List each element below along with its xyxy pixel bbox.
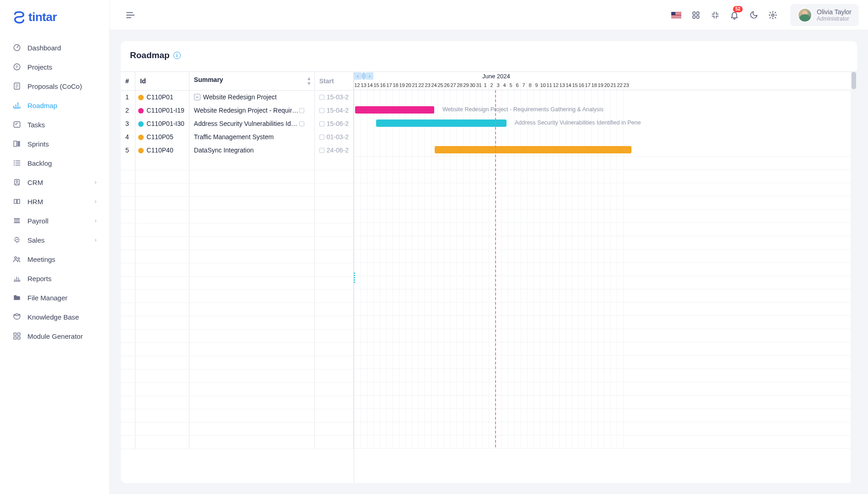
notification-badge: 52 <box>733 6 743 12</box>
timeline-day: 19 <box>598 81 604 90</box>
timeline-prev[interactable]: ‹ <box>354 72 361 80</box>
checkbox[interactable] <box>319 148 324 153</box>
timeline-day: 4 <box>501 81 508 90</box>
timeline-day: 19 <box>399 81 405 90</box>
nav-item-module[interactable]: Module Generator <box>0 326 109 346</box>
checkbox[interactable] <box>299 108 304 113</box>
table-row[interactable]: 2C110P01-I19Website Redesign Project - R… <box>121 103 354 117</box>
timeline-row <box>354 356 857 369</box>
timeline-day: 18 <box>591 81 598 90</box>
topbar: 52 Olivia Taylor Administrator <box>110 0 868 30</box>
timeline-day: 16 <box>380 81 386 90</box>
svg-rect-18 <box>14 337 16 339</box>
timeline-row <box>354 435 857 449</box>
nav-item-meetings[interactable]: Meetings <box>0 250 109 269</box>
nav-item-reports[interactable]: Reports <box>0 269 109 288</box>
timeline-day: 21 <box>412 81 418 90</box>
svg-point-14 <box>15 257 17 259</box>
user-name: Olivia Taylor <box>817 8 852 16</box>
scrollbar-vertical[interactable] <box>851 72 857 483</box>
table-row-empty <box>121 170 354 183</box>
menu-toggle[interactable] <box>125 10 135 20</box>
hrm-icon <box>13 197 21 206</box>
info-icon[interactable]: i <box>173 52 181 59</box>
nav-item-payroll[interactable]: Payroll› <box>0 211 109 230</box>
nav-item-roadmap[interactable]: Roadmap <box>0 96 109 115</box>
checkbox[interactable] <box>319 108 324 113</box>
nav-item-backlog[interactable]: Backlog <box>0 153 109 173</box>
table-row-empty <box>121 250 354 263</box>
timeline-row <box>354 196 857 210</box>
col-header-start[interactable]: Start <box>314 72 353 90</box>
svg-point-4 <box>13 106 14 107</box>
apps-button[interactable] <box>691 11 701 20</box>
timeline-day: 14 <box>367 81 373 90</box>
col-header-num[interactable]: # <box>121 72 135 90</box>
nav-item-tasks[interactable]: Tasks <box>0 115 109 134</box>
checkbox[interactable] <box>319 95 324 100</box>
gear-icon <box>768 11 777 20</box>
col-header-summary[interactable]: Summary▲▼ <box>189 72 314 90</box>
meetings-icon <box>13 255 21 263</box>
timeline-day: 20 <box>405 81 412 90</box>
table-row-empty <box>121 329 354 342</box>
timeline-day: 22 <box>617 81 623 90</box>
col-header-id[interactable]: Id <box>135 72 189 90</box>
table-row[interactable]: 5C110P40DataSync Integration24-06-2 <box>121 143 354 157</box>
settings-button[interactable] <box>768 11 777 20</box>
svg-rect-22 <box>693 16 695 18</box>
checkbox[interactable] <box>299 121 304 126</box>
language-flag[interactable] <box>671 12 681 18</box>
theme-toggle[interactable] <box>749 11 758 20</box>
collapse-toggle[interactable]: − <box>194 94 200 100</box>
user-menu[interactable]: Olivia Taylor Administrator <box>790 4 859 26</box>
timeline-row <box>354 369 857 382</box>
nav-item-project[interactable]: PProjects <box>0 57 109 76</box>
gantt-timeline[interactable]: ‹ › June 2024121314151617181920212223242… <box>354 72 857 483</box>
svg-point-15 <box>18 258 20 260</box>
nav-item-files[interactable]: File Manager <box>0 288 109 307</box>
nav-item-sprints[interactable]: Sprints <box>0 134 109 153</box>
svg-rect-17 <box>18 333 20 335</box>
brand-logo[interactable]: tintar <box>0 0 109 34</box>
nav-item-hrm[interactable]: HRM› <box>0 192 109 211</box>
table-row[interactable]: 4C110P05Traffic Management System01-03-2 <box>121 130 354 143</box>
timeline-row <box>354 223 857 236</box>
svg-point-24 <box>772 14 774 16</box>
scrollbar-thumb[interactable] <box>852 72 856 89</box>
checkbox[interactable] <box>319 135 324 140</box>
timeline-day: 21 <box>610 81 617 90</box>
nav-item-sales[interactable]: Sales› <box>0 230 109 250</box>
table-row[interactable]: 1C110P01−Website Redesign Project15-03-2 <box>121 90 354 103</box>
brand-text: tintar <box>28 10 57 24</box>
today-marker <box>495 90 496 447</box>
nav-item-gauge[interactable]: Dashboard <box>0 38 109 57</box>
table-row[interactable]: 3C110P01-I30Address Security Vulnerabili… <box>121 117 354 130</box>
table-row-empty <box>121 183 354 196</box>
timeline-day: 2 <box>489 81 495 90</box>
fullscreen-button[interactable] <box>711 11 720 20</box>
nav-item-kb[interactable]: Knowledge Base <box>0 307 109 326</box>
table-row-empty <box>121 396 354 409</box>
gantt-bar[interactable] <box>435 146 631 153</box>
gantt-bar[interactable] <box>355 106 434 114</box>
timeline-row <box>354 382 857 396</box>
checkbox[interactable] <box>319 121 324 126</box>
timeline-next[interactable]: › <box>366 72 373 80</box>
status-dot <box>138 95 144 100</box>
table-row-empty <box>121 342 354 356</box>
gantt-splitter[interactable] <box>353 271 356 283</box>
timeline-day: 24 <box>431 81 437 90</box>
avatar <box>798 8 812 22</box>
timeline-row <box>354 210 857 223</box>
sprints-icon <box>13 140 21 148</box>
nav-item-proposal[interactable]: Proposals (CoCo) <box>0 76 109 96</box>
status-dot <box>138 121 144 127</box>
roadmap-icon <box>13 101 21 109</box>
notifications-button[interactable]: 52 <box>730 11 739 20</box>
timeline-today[interactable] <box>361 72 366 80</box>
nav-item-crm[interactable]: CRM› <box>0 173 109 192</box>
logo-mark-icon <box>13 11 26 24</box>
gantt-bar[interactable] <box>376 119 507 127</box>
svg-rect-19 <box>18 337 20 339</box>
